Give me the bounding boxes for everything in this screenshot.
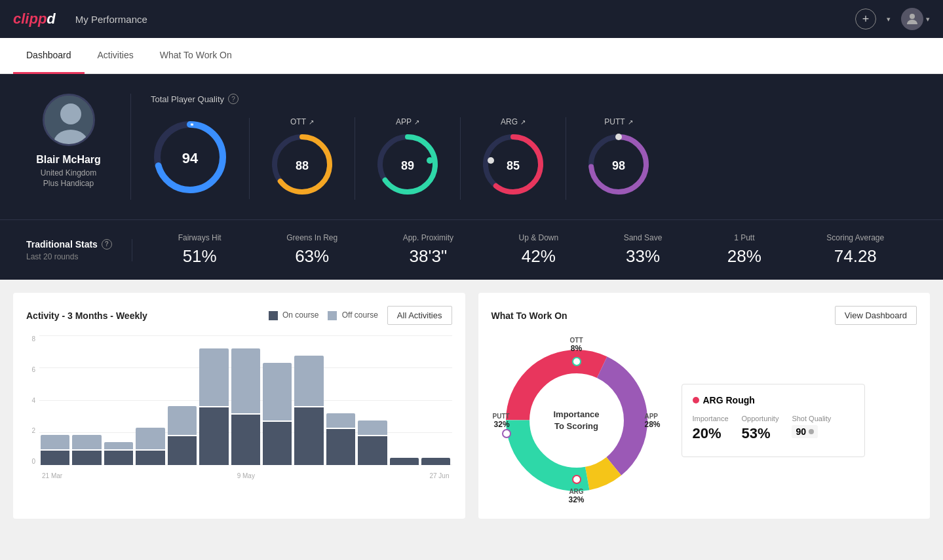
all-activities-button[interactable]: All Activities [387, 306, 452, 325]
avatar-button[interactable]: ▾ [901, 8, 930, 30]
bar-group [104, 335, 133, 465]
bar-on-course [104, 451, 133, 465]
ring-putt: 98 [586, 132, 651, 200]
bar-group [72, 335, 101, 465]
bar-group [390, 335, 419, 465]
metric-shot-quality: Shot Quality 90 [792, 415, 831, 442]
quality-help-icon[interactable]: ? [228, 94, 239, 104]
wtwo-title: What To Work On [491, 310, 568, 321]
stat-sandsave-value: 33% [626, 246, 660, 267]
donut-label-app: APP 28% [644, 413, 660, 429]
bar-group [41, 335, 69, 465]
svg-point-25 [573, 476, 581, 483]
gauges-section: Total Player Quality ? 94 OTT ↗ [131, 94, 917, 200]
stat-proximity-value: 38'3" [410, 246, 448, 267]
bar-off-course [199, 348, 228, 406]
legend-on-course-dot [269, 311, 278, 320]
bar-off-course [72, 435, 101, 449]
stat-proximity: App. Proximity 38'3" [403, 233, 453, 267]
add-button[interactable]: + [855, 9, 876, 29]
svg-point-17 [615, 134, 622, 140]
bar-off-course [104, 442, 133, 449]
donut-label-putt: PUTT 32% [493, 413, 510, 429]
ring-main: 94 [151, 118, 229, 199]
stat-proximity-label: App. Proximity [403, 233, 453, 242]
svg-point-23 [573, 358, 581, 365]
donut-panel: Importance To Scoring OTT 8% APP 28% ARG… [491, 335, 917, 506]
bar-on-course [294, 407, 323, 465]
gauge-app-label: APP ↗ [396, 117, 419, 126]
view-dashboard-button[interactable]: View Dashboard [835, 306, 917, 325]
stat-fairways: Fairways Hit 51% [178, 233, 221, 267]
putt-arrow: ↗ [628, 119, 633, 126]
stats-help-icon[interactable]: ? [102, 239, 112, 250]
stat-updown-value: 42% [522, 246, 556, 267]
stat-sandsave: Sand Save 33% [624, 233, 663, 267]
wtwo-panel: What To Work On View Dashboard [478, 293, 931, 519]
bar-off-course [231, 348, 260, 413]
tab-bar: Dashboard Activities What To Work On [0, 38, 943, 74]
player-name: Blair McHarg [36, 154, 101, 166]
stat-oneputt-label: 1 Putt [734, 233, 754, 242]
stats-label-section: Traditional Stats ? Last 20 rounds [26, 239, 132, 261]
stat-greens: Greens In Reg 63% [286, 233, 337, 267]
info-card: ARG Rough Importance 20% Opportunity 53%… [682, 384, 865, 457]
bar-off-course [294, 356, 323, 406]
svg-point-0 [910, 14, 915, 19]
bottom-panels: Activity - 3 Months - Weekly On course O… [0, 280, 943, 532]
gauge-ott: OTT ↗ 88 [250, 117, 355, 200]
bar-off-course [263, 363, 292, 420]
gauge-putt-label: PUTT ↗ [604, 117, 632, 126]
stat-updown: Up & Down 42% [518, 233, 558, 267]
info-card-dot [693, 397, 699, 403]
stat-scoring: Scoring Average 74.28 [826, 233, 884, 267]
bar-on-course [326, 429, 355, 465]
metric-opportunity: Opportunity 53% [742, 415, 779, 442]
donut-container: Importance To Scoring OTT 8% APP 28% ARG… [491, 335, 662, 506]
player-info: Blair McHarg United Kingdom Plus Handica… [26, 94, 131, 200]
bar-off-course [136, 428, 164, 449]
tab-what-to-work-on[interactable]: What To Work On [147, 38, 245, 74]
bar-on-course [263, 422, 292, 465]
ring-arg: 85 [480, 132, 546, 200]
y-label-2: 2 [31, 427, 35, 434]
info-metrics: Importance 20% Opportunity 53% Shot Qual… [693, 415, 854, 442]
gauge-main: 94 [151, 118, 250, 199]
x-label-may: 9 May [237, 472, 255, 479]
top-nav: clippd My Performance + ▾ ▾ [0, 0, 943, 38]
stat-oneputt: 1 Putt 28% [727, 233, 761, 267]
add-chevron: ▾ [887, 15, 891, 24]
activity-legend: On course Off course [269, 310, 378, 320]
gauges-row: 94 OTT ↗ 88 APP [151, 117, 917, 200]
tab-dashboard[interactable]: Dashboard [13, 38, 85, 74]
ott-arrow: ↗ [309, 119, 314, 126]
bar-off-course [41, 435, 69, 449]
score-badge: 90 [792, 425, 818, 438]
gauge-arg-value: 85 [507, 159, 520, 173]
bar-on-course [136, 451, 164, 465]
info-card-title: ARG Rough [693, 395, 854, 405]
stat-greens-label: Greens In Reg [286, 233, 337, 242]
activity-panel-header: Activity - 3 Months - Weekly On course O… [26, 306, 452, 325]
bar-on-course [421, 458, 450, 465]
bar-on-course [358, 436, 387, 465]
bar-on-course [231, 415, 260, 465]
svg-point-11 [427, 157, 433, 164]
logo: clippd [13, 10, 56, 28]
tab-activities[interactable]: Activities [85, 38, 147, 74]
gauge-main-value: 94 [182, 150, 198, 167]
legend-off-course: Off course [328, 310, 377, 320]
bar-group [199, 335, 228, 465]
gauges-title: Total Player Quality ? [151, 94, 917, 104]
stat-updown-label: Up & Down [518, 233, 558, 242]
gauge-app: APP ↗ 89 [355, 117, 461, 200]
stat-scoring-label: Scoring Average [826, 233, 884, 242]
y-label-8: 8 [31, 335, 35, 343]
svg-point-14 [488, 157, 494, 164]
plus-icon: + [862, 12, 870, 26]
bar-group [136, 335, 164, 465]
bar-group [168, 335, 197, 465]
player-country: United Kingdom [41, 168, 96, 177]
gauge-arg-label: ARG ↗ [501, 117, 526, 126]
stats-items: Fairways Hit 51% Greens In Reg 63% App. … [132, 233, 917, 267]
